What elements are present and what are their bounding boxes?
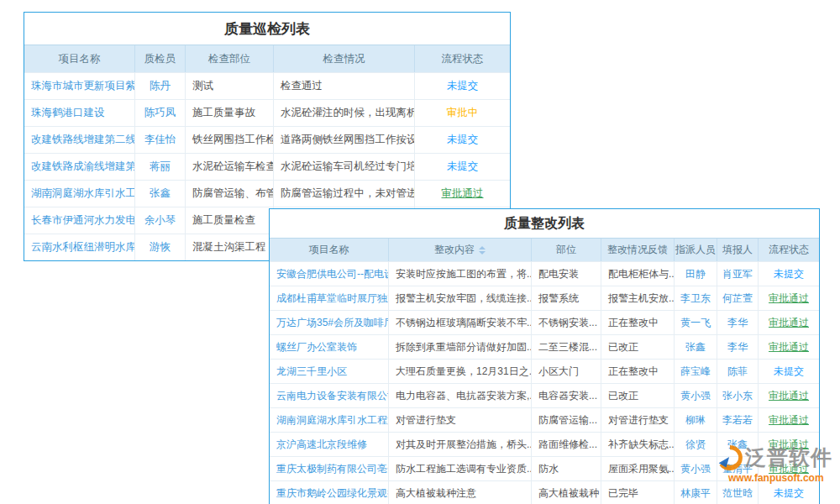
- watermark-brand-text: 泛普软件: [745, 444, 832, 471]
- part-cell: 高大植被栽种: [532, 481, 601, 504]
- assignee-cell[interactable]: 薛宝峰: [675, 360, 717, 383]
- feedback-cell: 配电柜柜体与...: [601, 262, 675, 286]
- part-cell: 二至三楼混...: [532, 335, 601, 359]
- project-cell[interactable]: 万达广场35#会所及咖啡厅空...: [270, 311, 389, 334]
- column-header-label: 部位: [556, 243, 576, 257]
- column-header-label: 检查部位: [208, 52, 250, 66]
- inspector-cell[interactable]: 蒋丽: [135, 154, 186, 180]
- reporter-cell[interactable]: 李华: [717, 335, 759, 359]
- project-cell[interactable]: 湖南洞庭湖水库引水工...: [24, 181, 135, 207]
- inspector-cell[interactable]: 张鑫: [135, 181, 186, 207]
- watermark-url: www.fanpusoft.com: [728, 472, 840, 484]
- reporter-cell[interactable]: 何芷萱: [717, 286, 759, 310]
- assignee-cell[interactable]: 黄小强: [675, 384, 717, 407]
- part-cell: 防腐管运输、布管: [186, 181, 274, 207]
- project-cell[interactable]: 京沪高速北京段维修: [270, 433, 389, 456]
- rectify-column-header-content[interactable]: 整改内容: [389, 239, 532, 261]
- status-cell: 未提交: [415, 73, 510, 99]
- project-cell[interactable]: 珠海鹤港口建设: [24, 100, 135, 126]
- part-cell: 防腐管运输...: [532, 408, 601, 432]
- column-header-label: 质检员: [144, 52, 176, 66]
- assignee-cell[interactable]: 李卫东: [675, 286, 717, 310]
- feedback-cell: 已完毕: [601, 481, 675, 504]
- status-cell: 审批通过: [415, 181, 510, 207]
- situation-cell: 道路两侧铁丝网围挡工作按设计...: [274, 127, 415, 153]
- project-cell[interactable]: 云南电力设备安装有限公司20...: [270, 384, 389, 407]
- inspector-cell[interactable]: 陈丹: [135, 73, 186, 99]
- rectify-header-row: 项目名称整改内容部位整改情况反馈指派人员填报人流程状态: [270, 239, 819, 261]
- project-cell[interactable]: 改建铁路线增建第二线...: [24, 127, 135, 153]
- sort-icon[interactable]: [479, 246, 486, 255]
- situation-cell: 防腐管运输过程中，未对管进行...: [274, 181, 415, 207]
- status-cell: 未提交: [759, 481, 819, 504]
- assignee-cell[interactable]: 黄一飞: [675, 311, 717, 334]
- part-cell: 防水: [532, 457, 601, 480]
- assignee-cell[interactable]: 张鑫: [675, 335, 717, 359]
- project-cell[interactable]: 湖南洞庭湖水库引水工程施工标: [270, 408, 389, 432]
- status-cell: 未提交: [759, 262, 819, 286]
- table-row: 安徽合肥供电公司--配电设备...安装时应按施工图的布置，将...配电安装配电柜…: [270, 261, 819, 286]
- project-cell[interactable]: 云南水利枢纽潜明水库...: [24, 234, 135, 260]
- project-cell[interactable]: 螺丝厂办公室装饰: [270, 335, 389, 359]
- column-header-label: 项目名称: [309, 243, 349, 257]
- inspector-cell[interactable]: 李佳怡: [135, 127, 186, 153]
- reporter-cell[interactable]: 张小东: [717, 384, 759, 407]
- project-cell[interactable]: 重庆太极制药有限公司亳州中...: [270, 457, 389, 480]
- column-header-label: 填报人: [722, 243, 753, 257]
- assignee-cell[interactable]: 黄小强: [675, 457, 717, 480]
- feedback-cell: 报警主机安放...: [601, 286, 675, 310]
- inspection-column-header-inspector: 质检员: [135, 45, 186, 72]
- project-cell[interactable]: 长春市伊通河水力发电...: [24, 207, 135, 234]
- content-cell: 报警主机安放牢固，线缆连接...: [389, 286, 532, 310]
- status-cell: 审批通过: [759, 335, 819, 359]
- rectify-column-header-project: 项目名称: [270, 239, 389, 261]
- content-cell: 电力电容器、电抗器安装方案,...: [389, 384, 532, 407]
- reporter-cell[interactable]: 范世晗: [717, 481, 759, 504]
- status-cell: 未提交: [759, 360, 819, 383]
- column-header-label: 流程状态: [769, 243, 809, 257]
- inspection-column-header-status: 流程状态: [415, 45, 510, 72]
- inspector-cell[interactable]: 游恢: [135, 234, 186, 260]
- reporter-cell[interactable]: 李华: [717, 311, 759, 334]
- inspector-cell[interactable]: 余小琴: [135, 207, 186, 234]
- status-cell: 审批通过: [759, 408, 819, 432]
- part-cell: 报警系统: [532, 286, 601, 310]
- status-cell: 审批通过: [759, 286, 819, 310]
- inspector-cell[interactable]: 陈巧凤: [135, 100, 186, 126]
- reporter-cell[interactable]: 李若若: [717, 408, 759, 432]
- reporter-cell[interactable]: 肖亚军: [717, 262, 759, 286]
- assignee-cell[interactable]: 林康平: [675, 481, 717, 504]
- project-cell[interactable]: 珠海市城市更新项目紫...: [24, 73, 135, 99]
- project-cell[interactable]: 安徽合肥供电公司--配电设备...: [270, 262, 389, 286]
- status-cell: 未提交: [415, 154, 510, 180]
- table-row: 改建铁路成渝线增建第...蒋丽水泥砼运输车检查水泥砼运输车司机经过专门培训...…: [24, 153, 510, 180]
- feedback-cell: 补齐缺失标志...: [601, 433, 675, 456]
- reporter-cell[interactable]: 陈菲: [717, 360, 759, 383]
- rectify-column-header-status: 流程状态: [759, 239, 819, 261]
- feedback-cell: 正在整改中: [601, 311, 675, 334]
- feedback-cell: 已改正: [601, 384, 675, 407]
- table-row: 螺丝厂办公室装饰拆除到承重墙部分请做好加固...二至三楼混...已改正张鑫李华审…: [270, 334, 819, 359]
- rectify-column-header-part: 部位: [532, 239, 601, 261]
- part-cell: 施工质量检查: [186, 207, 274, 234]
- content-cell: 不锈钢边框玻璃隔断安装不牢...: [389, 311, 532, 334]
- situation-cell: 水泥砼运输车司机经过专门培训...: [274, 154, 415, 180]
- assignee-cell[interactable]: 柳琳: [675, 408, 717, 432]
- situation-cell: 水泥砼灌注的时候，出现离析现象: [274, 100, 415, 126]
- feedback-cell: 正在整改中: [601, 360, 675, 383]
- fanpu-logo-icon: [717, 444, 743, 471]
- content-cell: 防水工程施工选调有专业资质...: [389, 457, 532, 480]
- table-row: 重庆市鹅岭公园绿化景观提升...高大植被栽种注意高大植被栽种已完毕林康平范世晗未…: [270, 480, 819, 504]
- content-cell: 对其及时开展整治措施，桥头...: [389, 433, 532, 456]
- part-cell: 不锈钢安装...: [532, 311, 601, 334]
- project-cell[interactable]: 成都杜甫草堂临时展厅独立展...: [270, 286, 389, 310]
- assignee-cell[interactable]: 田静: [675, 262, 717, 286]
- table-row: 万达广场35#会所及咖啡厅空...不锈钢边框玻璃隔断安装不牢...不锈钢安装..…: [270, 310, 819, 334]
- project-cell[interactable]: 改建铁路成渝线增建第...: [24, 154, 135, 180]
- assignee-cell[interactable]: 徐贤: [675, 433, 717, 456]
- project-cell[interactable]: 重庆市鹅岭公园绿化景观提升...: [270, 481, 389, 504]
- project-cell[interactable]: 龙湖三千里小区: [270, 360, 389, 383]
- content-cell: 大理石质量更换，12月31日之...: [389, 360, 532, 383]
- inspection-column-header-project: 项目名称: [24, 45, 135, 72]
- rectify-column-header-feedback: 整改情况反馈: [601, 239, 675, 261]
